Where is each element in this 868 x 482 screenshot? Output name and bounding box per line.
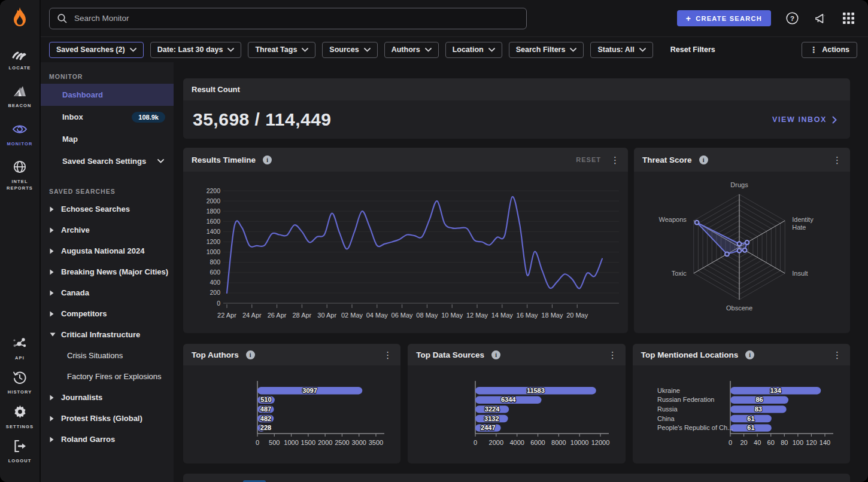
svg-text:People's Republic of Ch...: People's Republic of Ch...	[657, 424, 733, 431]
svg-text:1000: 1000	[284, 439, 298, 446]
chevron-down-icon	[157, 159, 164, 163]
reset-filters-button[interactable]: Reset Filters	[670, 45, 715, 54]
top-authors-chart[interactable]: 0500100015002000250030003500309751048748…	[183, 365, 400, 462]
filter-chip-sources[interactable]: Sources	[322, 42, 377, 58]
svg-text:6344: 6344	[501, 396, 516, 403]
saved-search-breaking-news-major-cities-[interactable]: Breaking News (Major Cities)	[41, 261, 174, 282]
topbar: + CREATE SEARCH ?	[41, 0, 868, 37]
chevron-down-icon	[425, 48, 432, 52]
rail-item-api[interactable]: API	[1, 335, 38, 361]
info-icon[interactable]: i	[263, 155, 272, 164]
top-data-sources-chart[interactable]: 0200040006000800010000120001158363443224…	[408, 365, 625, 462]
filter-chip-saved-searches-2[interactable]: Saved Searches (2)	[49, 42, 144, 58]
kebab-menu-icon[interactable]: ⋮	[833, 155, 842, 164]
saved-search-journalists[interactable]: Journalists	[41, 387, 174, 408]
info-icon[interactable]: i	[491, 350, 500, 359]
kebab-menu-icon[interactable]: ⋮	[833, 350, 842, 359]
saved-search-child-crisis-situations[interactable]: Crisis Situations	[41, 345, 174, 366]
rail-item-intel-reports[interactable]: INTEL REPORTS	[1, 159, 38, 192]
create-search-label: CREATE SEARCH	[696, 15, 762, 22]
actions-label: Actions	[822, 45, 849, 54]
flashpoint-flame-logo-icon[interactable]	[10, 6, 30, 30]
threat-score-chart[interactable]: DrugsIdentityHateInsultObsceneToxicWeapo…	[634, 172, 850, 332]
apps-grid-icon[interactable]	[842, 12, 855, 25]
caret-right-icon	[50, 269, 56, 275]
main-dashboard: Result Count 35,698 / 114,449 VIEW INBOX…	[174, 62, 868, 482]
kebab-menu-icon[interactable]: ⋮	[611, 155, 620, 164]
svg-text:2000: 2000	[207, 197, 221, 205]
rail-item-label: HISTORY	[8, 389, 32, 395]
search-monitor-input[interactable]	[73, 13, 519, 23]
saved-search-roland-garros[interactable]: Roland Garros	[41, 429, 174, 450]
filter-chip-location[interactable]: Location	[445, 42, 502, 58]
sidebar-item-saved-search-settings[interactable]: Saved Search Settings	[41, 150, 174, 172]
chevron-down-icon	[488, 48, 495, 52]
rail-item-monitor[interactable]: MONITOR	[1, 121, 38, 147]
kebab-menu-icon[interactable]: ⋮	[383, 350, 392, 359]
rail-item-locate[interactable]: LOCATE	[1, 45, 38, 71]
saved-search-archive[interactable]: Archive	[41, 219, 174, 240]
info-icon[interactable]: i	[699, 155, 708, 164]
kebab-menu-icon[interactable]: ⋮	[608, 350, 617, 359]
svg-text:22 Apr: 22 Apr	[217, 312, 236, 319]
info-icon[interactable]: i	[246, 350, 255, 359]
saved-search-echosec-searches[interactable]: Echosec Searches	[41, 199, 174, 219]
sidebar-item-map[interactable]: Map	[41, 128, 174, 150]
help-icon[interactable]: ?	[785, 11, 799, 25]
svg-text:2000: 2000	[489, 439, 503, 446]
filter-chip-threat-tags[interactable]: Threat Tags	[248, 42, 315, 58]
view-inbox-label: VIEW INBOX	[772, 115, 827, 124]
top-mentioned-locations-chart[interactable]: 020406080100120140134Ukraine86Russian Fe…	[633, 365, 850, 462]
sidebar-item-dashboard[interactable]: Dashboard	[41, 84, 174, 106]
sidebar-item-label: Inbox	[62, 112, 83, 121]
view-inbox-link[interactable]: VIEW INBOX	[772, 115, 837, 124]
announcements-megaphone-icon[interactable]	[814, 12, 828, 25]
top-data-sources-card: Top Data Sources i ⋮ 0200040006000800010…	[408, 344, 625, 463]
svg-text:02 May: 02 May	[341, 312, 363, 319]
saved-search-label: Echosec Searches	[61, 205, 130, 213]
svg-text:16 May: 16 May	[517, 312, 539, 319]
chevron-down-icon	[227, 48, 234, 52]
chevron-down-icon	[302, 48, 308, 52]
saved-search-label: Canada	[61, 288, 89, 297]
svg-text:Russian Federation: Russian Federation	[657, 396, 714, 403]
info-icon[interactable]: i	[745, 350, 754, 359]
results-timeline-card: Results Timeline i RESET ⋮ 0200400600800…	[183, 148, 628, 333]
actions-button[interactable]: ⋮ Actions	[802, 42, 857, 58]
caret-right-icon	[50, 437, 56, 443]
timeline-reset-button[interactable]: RESET	[576, 156, 601, 163]
saved-search-competitors[interactable]: Competitors	[41, 303, 174, 324]
top-data-sources-header: Top Data Sources i ⋮	[408, 344, 625, 365]
rail-item-beacon[interactable]: BEACON	[1, 83, 38, 109]
saved-search-canada[interactable]: Canada	[41, 282, 174, 303]
create-search-button[interactable]: + CREATE SEARCH	[677, 10, 771, 26]
svg-text:40: 40	[754, 439, 761, 446]
filter-chip-status-all[interactable]: Status: All	[590, 42, 652, 58]
search-monitor-box[interactable]	[49, 8, 527, 29]
sidebar-section-title: SAVED SEARCHES	[49, 188, 174, 195]
saved-search-protest-risks-global-[interactable]: Protest Risks (Global)	[41, 408, 174, 429]
filter-chip-label: Date: Last 30 days	[157, 45, 223, 54]
rail-item-logout[interactable]: LOGOUT	[1, 438, 38, 464]
filter-chip-search-filters[interactable]: Search Filters	[509, 42, 584, 58]
saved-search-child-factory-fires-or-explosions[interactable]: Factory Fires or Explosions	[41, 366, 174, 387]
svg-text:20 May: 20 May	[566, 312, 588, 319]
rail-item-history[interactable]: HISTORY	[1, 370, 38, 395]
saved-search-augusta-national-2024[interactable]: Augusta National 2024	[41, 240, 174, 261]
svg-text:83: 83	[755, 405, 762, 413]
svg-text:IdentityHate: IdentityHate	[792, 216, 814, 231]
saved-search-label: Critical Infrastructure	[61, 330, 140, 339]
sidebar-item-inbox[interactable]: Inbox108.9k	[41, 106, 174, 128]
top-mentioned-locations-card: Top Mentioned Locations i ⋮ 020406080100…	[633, 344, 850, 463]
rail-item-settings[interactable]: SETTINGS	[1, 404, 38, 430]
filter-chip-date-last-30-days[interactable]: Date: Last 30 days	[150, 42, 242, 58]
svg-text:12000: 12000	[591, 439, 610, 446]
results-timeline-chart[interactable]: 0200400600800100012001400160018002000220…	[183, 172, 628, 332]
svg-text:0: 0	[729, 439, 732, 446]
filter-chip-label: Authors	[391, 45, 420, 54]
saved-search-critical-infrastructure[interactable]: Critical Infrastructure	[41, 324, 174, 345]
app-window: LOCATEBEACONMONITORINTEL REPORTS APIHIST…	[0, 0, 868, 482]
svg-text:2000: 2000	[318, 439, 332, 446]
chevron-down-icon	[639, 48, 646, 52]
filter-chip-authors[interactable]: Authors	[384, 42, 439, 58]
